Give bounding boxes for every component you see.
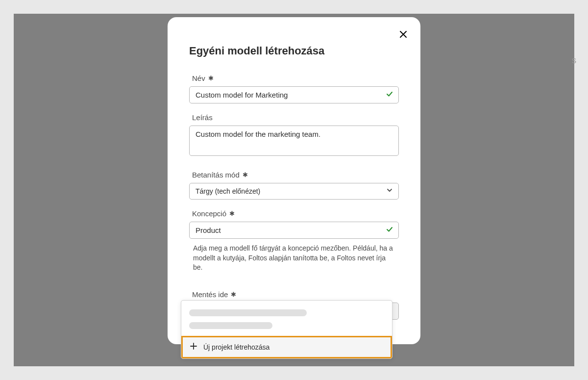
concept-label: Koncepció ✱ <box>192 209 399 218</box>
skeleton-line <box>189 309 307 316</box>
new-project-button[interactable]: Új projekt létrehozása <box>181 336 392 358</box>
stray-text: S <box>572 57 576 65</box>
create-model-modal: Egyéni modell létrehozása Név ✱ Leírás C… <box>168 17 420 344</box>
name-input[interactable] <box>189 86 399 103</box>
save-to-dropdown-panel: Új projekt létrehozása <box>181 300 392 359</box>
concept-help-text: Adja meg a modell fő tárgyát a koncepció… <box>193 244 395 273</box>
name-label: Név ✱ <box>192 74 399 82</box>
concept-input[interactable] <box>189 222 399 239</box>
close-icon <box>399 30 408 39</box>
training-mode-label: Betanítás mód ✱ <box>192 171 399 179</box>
plus-icon <box>190 342 197 352</box>
check-icon <box>386 226 393 235</box>
description-label: Leírás <box>192 113 399 122</box>
modal-title: Egyéni modell létrehozása <box>189 45 399 57</box>
required-asterisk: ✱ <box>231 291 236 298</box>
required-asterisk: ✱ <box>208 75 214 82</box>
check-icon <box>386 91 393 100</box>
skeleton-line <box>189 322 272 329</box>
dropdown-loading-area <box>181 301 392 336</box>
description-input[interactable]: Custom model for the marketing team. <box>189 126 399 156</box>
close-button[interactable] <box>397 28 410 41</box>
save-to-label: Mentés ide ✱ <box>192 290 399 299</box>
required-asterisk: ✱ <box>243 171 248 178</box>
training-mode-select[interactable]: Tárgy (tech előnézet) <box>189 183 399 200</box>
required-asterisk: ✱ <box>229 210 235 217</box>
new-project-label: Új projekt létrehozása <box>203 343 270 351</box>
